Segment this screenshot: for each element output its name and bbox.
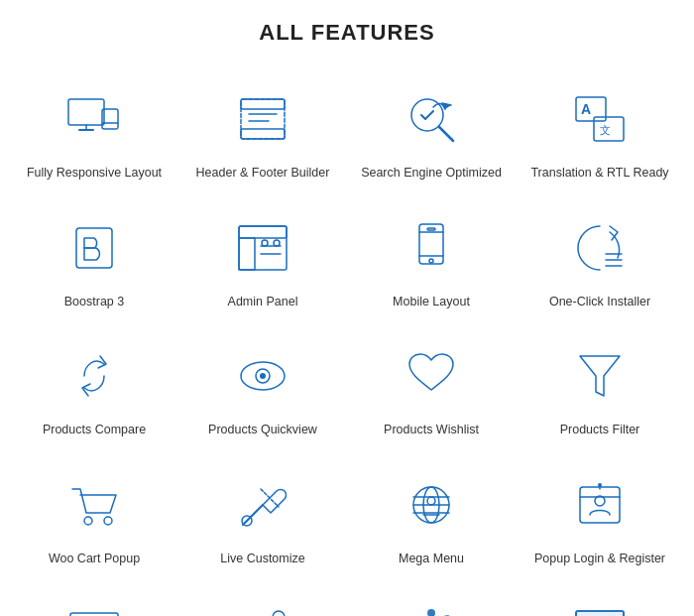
feature-item-mega-menu: Mega Menu	[347, 459, 516, 578]
mega-menu-label: Mega Menu	[399, 551, 464, 568]
mobile-layout-icon	[396, 212, 467, 284]
bootstrap-label: Boostrap 3	[64, 294, 124, 311]
feature-item-wishlist: Products Wishlist	[347, 330, 516, 449]
feature-item-sticky-header: WooVina Sticky Header	[516, 587, 684, 616]
filter-label: Products Filter	[560, 422, 640, 439]
seo-label: Search Engine Optimized	[361, 165, 502, 183]
feature-item-translation: A文Translation & RTL Ready	[516, 73, 684, 192]
quickview-label: Products Quickview	[208, 422, 317, 439]
svg-rect-0	[68, 99, 104, 125]
admin-panel-icon	[227, 212, 298, 284]
svg-rect-19	[239, 238, 255, 270]
svg-text:A: A	[581, 101, 591, 117]
feature-item-one-click: One-Click Installer	[516, 202, 684, 321]
feature-item-fully-responsive: Fully Responsive Layout	[10, 73, 178, 192]
feature-item-compare: Products Compare	[10, 330, 178, 449]
wishlist-label: Products Wishlist	[384, 422, 479, 439]
svg-line-11	[439, 127, 453, 141]
svg-rect-5	[241, 99, 285, 139]
svg-point-36	[84, 517, 92, 525]
svg-rect-6	[241, 99, 285, 109]
popup-login-icon	[564, 469, 636, 541]
seo-icon	[396, 83, 467, 155]
variation-swatches-icon	[58, 597, 130, 616]
feature-item-variation-swatches: Variation Swatches	[10, 587, 178, 616]
svg-point-64	[427, 609, 435, 616]
translation-icon: A文	[564, 83, 636, 155]
fully-responsive-label: Fully Responsive Layout	[27, 165, 162, 183]
svg-point-37	[104, 517, 112, 525]
feature-item-header-footer: Header & Footer Builder	[178, 73, 347, 192]
svg-point-34	[260, 373, 266, 379]
compare-label: Products Compare	[43, 422, 146, 439]
cart-popup-label: Woo Cart Popup	[49, 551, 140, 568]
svg-rect-72	[576, 611, 624, 616]
svg-line-38	[243, 505, 263, 525]
translation-label: Translation & RTL Ready	[530, 165, 668, 183]
preloader-icon	[396, 597, 467, 616]
filter-icon	[564, 340, 636, 412]
svg-point-23	[274, 240, 280, 246]
svg-rect-18	[239, 226, 287, 238]
svg-point-22	[262, 240, 268, 246]
svg-rect-7	[241, 129, 285, 139]
bootstrap-icon	[58, 212, 130, 284]
cart-popup-icon	[58, 469, 130, 541]
features-grid: Fully Responsive LayoutHeader & Footer B…	[10, 73, 684, 616]
live-customize-icon	[227, 469, 298, 541]
mobile-layout-label: Mobile Layout	[393, 294, 470, 311]
svg-marker-35	[580, 356, 620, 396]
page-title: ALL FEATURES	[10, 20, 684, 46]
svg-rect-28	[427, 228, 435, 230]
popup-login-label: Popup Login & Register	[534, 551, 665, 568]
feature-item-preloader: WooVina Preloader	[347, 587, 516, 616]
svg-point-46	[427, 497, 435, 505]
svg-text:文: 文	[600, 124, 611, 136]
svg-point-27	[429, 259, 433, 263]
one-click-label: One-Click Installer	[549, 294, 650, 311]
feature-item-live-customize: Live Customize	[178, 459, 347, 578]
feature-item-cart-popup: Woo Cart Popup	[10, 459, 178, 578]
feature-item-seo: Search Engine Optimized	[347, 73, 516, 192]
one-click-icon	[564, 212, 636, 284]
header-footer-icon	[227, 83, 298, 155]
fully-responsive-icon	[58, 83, 130, 155]
sticky-header-icon	[564, 597, 636, 616]
compare-icon	[58, 340, 130, 412]
svg-rect-17	[239, 226, 287, 270]
quickview-icon	[227, 340, 298, 412]
feature-item-quickview: Products Quickview	[178, 330, 347, 449]
mega-menu-icon	[396, 469, 467, 541]
feature-item-popup-login: Popup Login & Register	[516, 459, 684, 578]
header-footer-label: Header & Footer Builder	[196, 165, 330, 183]
product-sharing-icon	[227, 597, 298, 616]
feature-item-admin-panel: Admin Panel	[178, 202, 347, 321]
svg-point-59	[273, 611, 285, 616]
wishlist-icon	[396, 340, 467, 412]
live-customize-label: Live Customize	[220, 551, 304, 568]
feature-item-product-sharing: Product Sharing	[178, 587, 347, 616]
feature-item-filter: Products Filter	[516, 330, 684, 449]
feature-item-mobile-layout: Mobile Layout	[347, 202, 516, 321]
svg-rect-48	[580, 487, 620, 523]
feature-item-bootstrap: Boostrap 3	[10, 202, 178, 321]
svg-point-52	[598, 483, 602, 487]
admin-panel-label: Admin Panel	[228, 294, 298, 311]
